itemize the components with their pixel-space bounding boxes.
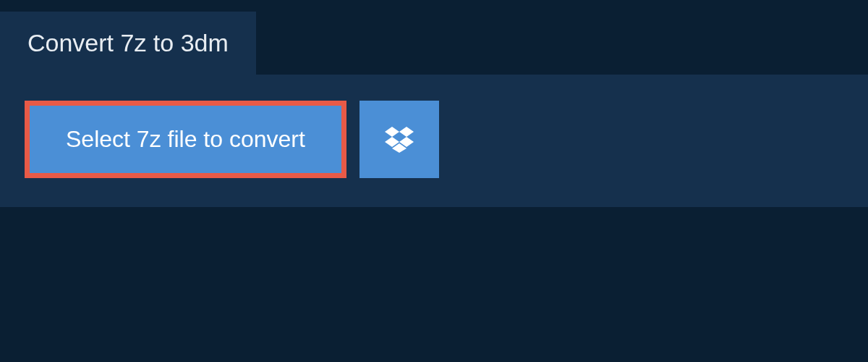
select-file-label: Select 7z file to convert [66, 126, 305, 153]
dropbox-button[interactable] [359, 101, 439, 178]
page-title-tab: Convert 7z to 3dm [0, 12, 256, 75]
dropbox-icon [385, 127, 414, 153]
select-file-button[interactable]: Select 7z file to convert [25, 101, 346, 178]
page-title: Convert 7z to 3dm [27, 29, 229, 56]
button-row: Select 7z file to convert [25, 101, 843, 178]
converter-panel: Select 7z file to convert [0, 75, 868, 207]
